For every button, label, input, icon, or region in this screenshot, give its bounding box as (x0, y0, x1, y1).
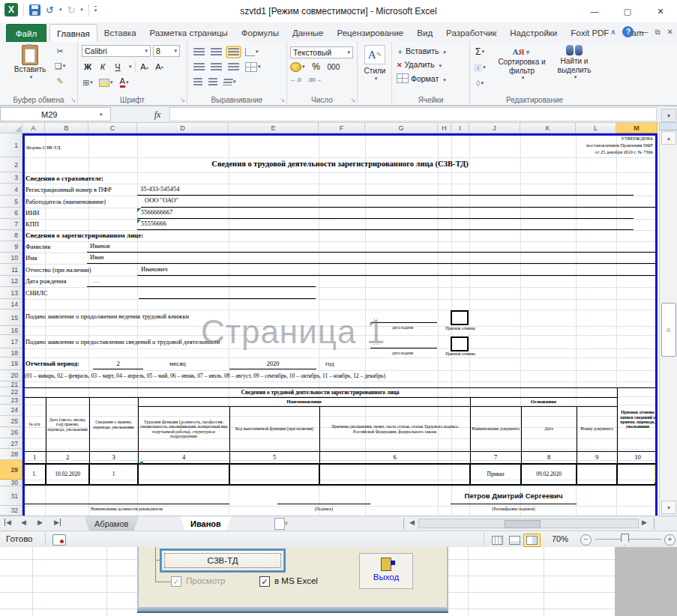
accounting-format-button[interactable]: ▾ (290, 61, 305, 73)
column-header-B[interactable]: B (45, 123, 88, 133)
inn-value[interactable]: 5566666667 (141, 208, 173, 216)
row-header-1[interactable]: 1 (0, 133, 22, 157)
ms-excel-checkbox[interactable]: ✓ (259, 576, 270, 587)
row-header-14[interactable]: 14 (0, 299, 22, 309)
kpp-value[interactable]: 55556666 (141, 220, 166, 227)
row-header-15[interactable]: 15 (0, 309, 22, 326)
cell-doc-date[interactable]: 09.02.2020 (521, 464, 577, 485)
workbook-minimize-icon[interactable]: — (640, 28, 648, 36)
borders-button[interactable]: ⊞▾ (82, 76, 94, 88)
percent-style-button[interactable]: % (310, 61, 322, 73)
underline-button[interactable]: Ч (112, 61, 124, 73)
reg-number-value[interactable]: 35-433-545454 (140, 185, 179, 193)
sheet-area[interactable]: Форма СЗВ-ТД УТВЕРЖДЕНА постановлением П… (22, 133, 658, 516)
row-header-21[interactable]: 21 (0, 381, 22, 387)
tab-Формулы[interactable]: Формулы (235, 24, 286, 42)
sheet-tab-Абрамов[interactable]: Абрамов (84, 516, 139, 531)
sort-filter-button[interactable]: АЯ▼ Сортировка и фильтр▾ (496, 44, 548, 81)
next-sheet-icon[interactable]: ▶ (37, 519, 43, 526)
format-painter-icon[interactable]: ✎ (54, 75, 66, 87)
delete-cells-button[interactable]: ✕ Удалить ▾ (397, 60, 446, 69)
cell-reason[interactable] (319, 464, 470, 485)
number-format-select[interactable]: Текстовый▾ (290, 46, 353, 58)
column-header-J[interactable]: J (469, 123, 520, 133)
row-header-11[interactable]: 11 (0, 264, 22, 276)
sheet-tab-Иванов[interactable]: Иванов (180, 516, 232, 531)
row-header-32[interactable]: 32 (0, 506, 22, 516)
bold-button[interactable]: Ж (82, 61, 94, 73)
firstname-value[interactable]: Иван (90, 253, 103, 261)
column-header-C[interactable]: C (88, 123, 137, 133)
align-middle-button[interactable] (211, 48, 222, 56)
maximize-button[interactable]: ▢ (611, 0, 644, 22)
cut-icon[interactable]: ✂ (54, 45, 66, 57)
select-all-button[interactable] (0, 123, 22, 133)
align-left-button[interactable] (193, 63, 205, 71)
tab-scroll-divider[interactable] (403, 518, 404, 529)
column-header-K[interactable]: K (520, 123, 576, 133)
column-header-F[interactable]: F (319, 123, 365, 133)
employer-value[interactable]: ООО "ОАО" (145, 196, 178, 204)
clear-button[interactable]: ◊▾ (474, 77, 486, 89)
row-header-19[interactable]: 19 (0, 357, 22, 370)
scroll-up-icon[interactable]: ▲ (661, 131, 676, 145)
tab-Разметка страницы[interactable]: Разметка страницы (143, 24, 235, 42)
align-bottom-button[interactable] (228, 48, 239, 56)
exit-button[interactable]: Выход (359, 553, 413, 589)
zoom-in-icon[interactable]: + (664, 534, 676, 546)
scroll-down-icon[interactable]: ▼ (661, 501, 676, 514)
statement2-cancel-checkbox[interactable] (451, 336, 469, 351)
autosum-button[interactable]: Σ▾ (474, 46, 486, 58)
signatory-name[interactable]: Петров Дмитрий Сергеевич (436, 492, 592, 500)
first-sheet-icon[interactable]: ◀ (4, 519, 11, 526)
tab-Foxit PDF[interactable]: Foxit PDF (564, 24, 616, 42)
row-header-27[interactable]: 27 (0, 438, 22, 449)
row-header-18[interactable]: 18 (0, 348, 22, 357)
vertical-scroll-thumb[interactable]: ≡ (661, 303, 676, 357)
column-header-D[interactable]: D (137, 123, 229, 133)
last-sheet-icon[interactable]: ▶ (54, 519, 61, 526)
paste-dropdown-icon[interactable]: ▾ (30, 74, 33, 80)
cell-doc-name[interactable]: Приказ (470, 464, 521, 485)
zoom-level[interactable]: 70% (552, 534, 568, 543)
row-header-26[interactable]: 26 (0, 427, 22, 438)
collapse-ribbon-icon[interactable]: ∧ (610, 28, 616, 36)
horizontal-scrollbar[interactable] (418, 519, 639, 528)
tab-Вид[interactable]: Вид (410, 24, 439, 42)
szvtd-button[interactable]: СЗВ-ТД (161, 550, 284, 571)
fill-button[interactable]: ↓▾ (474, 61, 486, 73)
column-header-A[interactable]: A (22, 123, 45, 133)
column-header-I[interactable]: I (451, 123, 469, 133)
increase-indent-button[interactable] (208, 78, 217, 86)
row-header-24[interactable]: 24 (0, 405, 22, 416)
tab-Разработчик[interactable]: Разработчик (439, 24, 503, 42)
merge-center-button[interactable]: ▾ (245, 61, 261, 73)
row-header-17[interactable]: 17 (0, 335, 22, 348)
row-header-29[interactable]: 29 (0, 460, 22, 480)
name-box-dropdown-icon[interactable]: ▾ (100, 112, 103, 118)
font-name-select[interactable]: Calibri▾ (82, 45, 151, 57)
grow-font-button[interactable]: А▴ (139, 61, 151, 73)
column-header-H[interactable]: H (438, 123, 451, 133)
row-header-16[interactable]: 16 (0, 326, 22, 335)
horizontal-scroll-thumb[interactable] (505, 520, 541, 528)
row-header-8[interactable]: 8 (0, 230, 22, 241)
row-header-5[interactable]: 5 (0, 196, 22, 208)
orientation-button[interactable]: ▾ (245, 46, 259, 58)
comma-style-button[interactable]: 000 (328, 61, 340, 73)
normal-view-button[interactable] (489, 534, 506, 547)
underline-dropdown-icon[interactable]: ▾ (129, 64, 132, 70)
tab-file[interactable]: Файл (6, 24, 46, 42)
format-cells-button[interactable]: Формат ▾ (397, 73, 446, 83)
tab-Вставка[interactable]: Вставка (97, 24, 143, 42)
middlename-value[interactable]: Иванович (141, 265, 167, 273)
workbook-restore-icon[interactable]: ⧉ (655, 28, 660, 37)
align-right-button[interactable] (228, 63, 239, 71)
tab-Рецензирование[interactable]: Рецензирование (330, 24, 410, 42)
paste-button[interactable]: Вставить▾ (10, 45, 49, 80)
copy-icon[interactable]: ❏▾ (54, 60, 66, 72)
vertical-scrollbar[interactable]: ▲ ≡ ▼ (659, 123, 677, 516)
tab-Главная[interactable]: Главная (49, 24, 97, 42)
cell-info[interactable]: 1 (89, 464, 138, 485)
row-header-4[interactable]: 4 (0, 184, 22, 196)
